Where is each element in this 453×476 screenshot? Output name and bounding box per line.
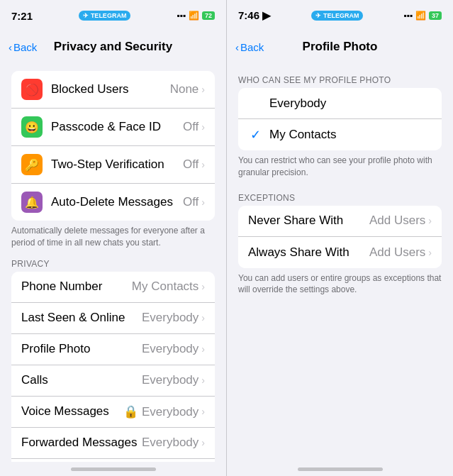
two-step-row[interactable]: 🔑 Two-Step Verification Off › xyxy=(11,146,215,184)
chevron-icon: › xyxy=(201,375,205,386)
status-right-left: ▪▪▪ 📶 72 xyxy=(177,11,215,21)
forwarded-messages-value: Everybody xyxy=(142,436,198,450)
chevron-icon: › xyxy=(201,159,205,170)
security-note: Automatically delete messages for everyo… xyxy=(0,222,226,255)
always-share-row[interactable]: Always Share With Add Users › xyxy=(238,237,442,268)
telegram-icon-left: ✈ xyxy=(83,12,89,19)
status-bar-left: 7:21 ✈ TELEGRAM ▪▪▪ 📶 72 xyxy=(0,0,226,31)
chevron-icon: › xyxy=(201,406,205,417)
exceptions-note: You can add users or entire groups as ex… xyxy=(227,270,453,302)
my-contacts-checkmark: ✓ xyxy=(248,127,262,143)
passcode-value: Off xyxy=(183,120,198,134)
nav-bar-left: ‹ Back Privacy and Security xyxy=(0,31,226,62)
exceptions-card-group: Never Share With Add Users › Always Shar… xyxy=(238,206,442,268)
signal-icon-left: ▪▪▪ xyxy=(177,11,186,21)
phone-number-value: My Contacts xyxy=(132,279,198,294)
back-chevron-right: ‹ xyxy=(235,41,239,53)
blocked-users-row[interactable]: 🚫 Blocked Users None › xyxy=(11,71,215,109)
back-button-right[interactable]: ‹ Back xyxy=(235,41,264,53)
chevron-icon: › xyxy=(201,197,205,208)
privacy-section-label: PRIVACY xyxy=(0,255,226,272)
two-step-value: Off xyxy=(183,157,198,172)
status-bar-right: 7:46 ▶ ✈ TELEGRAM ▪▪▪ 📶 37 xyxy=(227,0,453,31)
content-right: WHO CAN SEE MY PROFILE PHOTO Everybody ✓… xyxy=(227,62,453,462)
forwarded-messages-row[interactable]: Forwarded Messages Everybody › xyxy=(11,428,215,459)
exceptions-section-label: EXCEPTIONS xyxy=(227,184,453,206)
status-time-left: 7:21 xyxy=(11,10,33,22)
last-seen-value: Everybody xyxy=(142,311,198,325)
auto-delete-row[interactable]: 🔔 Auto-Delete Messages Off › xyxy=(11,184,215,221)
passcode-row[interactable]: 😀 Passcode & Face ID Off › xyxy=(11,109,215,146)
profile-photo-row[interactable]: Profile Photo Everybody › xyxy=(11,334,215,365)
battery-right: 37 xyxy=(429,11,442,20)
blocked-users-icon: 🚫 xyxy=(21,79,43,100)
calls-value: Everybody xyxy=(142,373,198,387)
nav-bar-right: ‹ Back Profile Photo xyxy=(227,31,453,62)
my-contacts-label: My Contacts xyxy=(269,128,432,142)
auto-delete-icon: 🔔 xyxy=(21,192,43,213)
profile-photo-label: Profile Photo xyxy=(21,342,142,356)
blocked-users-value: None xyxy=(170,82,199,96)
voice-messages-value: 🔒 Everybody xyxy=(123,404,198,419)
wifi-icon-left: 📶 xyxy=(189,11,199,21)
two-step-label: Two-Step Verification xyxy=(51,157,183,172)
phone-number-row[interactable]: Phone Number My Contacts › xyxy=(11,272,215,303)
signal-icon-right: ▪▪▪ xyxy=(403,11,413,21)
never-share-row[interactable]: Never Share With Add Users › xyxy=(238,206,442,237)
never-share-label: Never Share With xyxy=(248,214,369,228)
my-contacts-option[interactable]: ✓ My Contacts xyxy=(238,119,442,150)
wifi-icon-right: 📶 xyxy=(415,11,426,21)
last-seen-row[interactable]: Last Seen & Online Everybody › xyxy=(11,303,215,334)
home-bar-right xyxy=(298,467,383,471)
telegram-badge-left: ✈ TELEGRAM xyxy=(79,11,131,21)
who-can-see-label: WHO CAN SEE MY PROFILE PHOTO xyxy=(227,71,453,88)
left-panel: 7:21 ✈ TELEGRAM ▪▪▪ 📶 72 ‹ Back Privacy … xyxy=(0,0,226,476)
chevron-icon: › xyxy=(201,312,205,323)
two-step-icon: 🔑 xyxy=(21,154,43,175)
home-bar-left xyxy=(71,467,156,471)
forwarded-messages-label: Forwarded Messages xyxy=(21,436,142,450)
page-title-left: Privacy and Security xyxy=(54,40,172,54)
groups-channels-row[interactable]: Groups & Channels Everybody › xyxy=(11,459,215,462)
always-share-value: Add Users xyxy=(369,245,425,260)
auto-delete-label: Auto-Delete Messages xyxy=(51,195,183,209)
chevron-icon: › xyxy=(428,247,432,258)
chevron-icon: › xyxy=(201,343,205,355)
telegram-badge-right: ✈ TELEGRAM xyxy=(311,11,364,21)
last-seen-label: Last Seen & Online xyxy=(21,311,142,325)
chevron-icon: › xyxy=(201,121,205,133)
chevron-icon: › xyxy=(201,437,205,448)
calls-label: Calls xyxy=(21,373,142,387)
never-share-value: Add Users xyxy=(369,214,425,228)
everybody-label: Everybody xyxy=(269,96,432,111)
chevron-icon: › xyxy=(428,215,432,226)
visibility-note: You can restrict who can see your profil… xyxy=(227,152,453,184)
back-chevron-left: ‹ xyxy=(9,41,12,53)
security-card-group: 🚫 Blocked Users None › 😀 Passcode & Face… xyxy=(11,71,215,221)
chevron-icon: › xyxy=(201,281,205,292)
content-left: 🚫 Blocked Users None › 😀 Passcode & Face… xyxy=(0,62,226,462)
blocked-users-label: Blocked Users xyxy=(51,82,170,96)
privacy-card-group: Phone Number My Contacts › Last Seen & O… xyxy=(11,272,215,462)
page-title-right: Profile Photo xyxy=(303,40,378,54)
back-button-left[interactable]: ‹ Back xyxy=(9,41,37,53)
status-center-right: ✈ TELEGRAM xyxy=(311,11,364,21)
always-share-label: Always Share With xyxy=(248,245,369,260)
battery-left: 72 xyxy=(202,11,215,20)
voice-messages-label: Voice Messages xyxy=(21,404,123,419)
phone-number-label: Phone Number xyxy=(21,279,132,294)
profile-photo-value: Everybody xyxy=(142,342,198,356)
home-indicator-right xyxy=(227,462,453,476)
visibility-card-group: Everybody ✓ My Contacts xyxy=(238,88,442,150)
status-center-left: ✈ TELEGRAM xyxy=(79,11,131,21)
telegram-icon-right: ✈ xyxy=(315,12,321,19)
passcode-icon: 😀 xyxy=(21,116,43,138)
voice-messages-row[interactable]: Voice Messages 🔒 Everybody › xyxy=(11,397,215,428)
passcode-label: Passcode & Face ID xyxy=(51,120,183,134)
calls-row[interactable]: Calls Everybody › xyxy=(11,365,215,397)
home-indicator-left xyxy=(0,462,226,476)
everybody-option[interactable]: Everybody xyxy=(238,88,442,119)
status-time-right: 7:46 ▶ xyxy=(238,9,271,22)
status-right-right: ▪▪▪ 📶 37 xyxy=(403,11,442,21)
right-panel: 7:46 ▶ ✈ TELEGRAM ▪▪▪ 📶 37 ‹ Back Profil… xyxy=(227,0,453,476)
